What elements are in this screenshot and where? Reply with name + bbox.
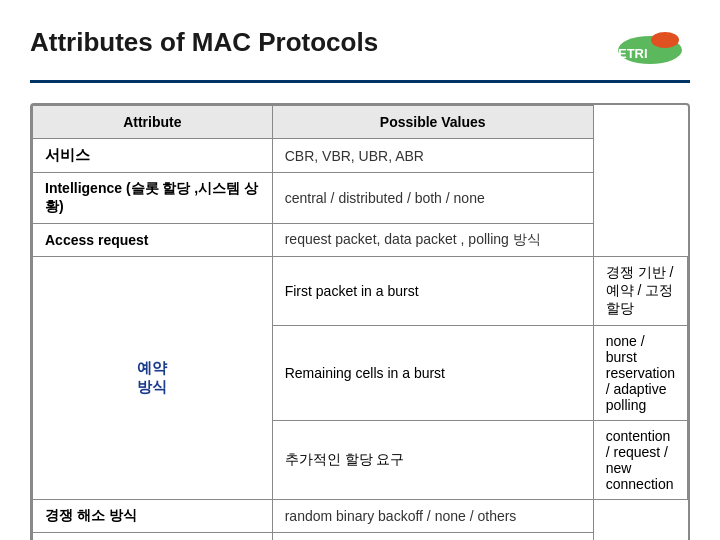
attr-cell: 다중화 기법 — [33, 533, 273, 541]
val-cell: random binary backoff / none / others — [272, 500, 593, 533]
val-cell: request packet, data packet , polling 방식 — [272, 224, 593, 257]
table-header-row: Attribute Possible Values — [33, 106, 688, 139]
sub-val-cell: none / burst reservation / adaptive poll… — [593, 326, 687, 421]
table-row: 서비스CBR, VBR, UBR, ABR — [33, 139, 688, 173]
val-cell: CDMA / TDMA / FDMA / any — [272, 533, 593, 541]
merged-attr-cell: 예약방식 — [33, 257, 273, 500]
table-row: 예약방식First packet in a burst경쟁 기반 / 예약 / … — [33, 257, 688, 326]
col-header-values: Possible Values — [272, 106, 593, 139]
sub-val-cell: contention / request / new connection — [593, 421, 687, 500]
page: Attributes of MAC Protocols ETRI Attribu… — [0, 0, 720, 540]
attr-cell: 서비스 — [33, 139, 273, 173]
etri-logo: ETRI — [610, 20, 690, 65]
attr-cell: Intelligence (슬롯 할당 ,시스템 상황) — [33, 173, 273, 224]
table-container: Attribute Possible Values 서비스CBR, VBR, U… — [30, 103, 690, 540]
sub-val-cell: 경쟁 기반 / 예약 / 고정 할당 — [593, 257, 687, 326]
table-row: Access requestrequest packet, data packe… — [33, 224, 688, 257]
table-row: Intelligence (슬롯 할당 ,시스템 상황)central / di… — [33, 173, 688, 224]
svg-point-1 — [651, 32, 679, 48]
val-cell: CBR, VBR, UBR, ABR — [272, 139, 593, 173]
table-row: 다중화 기법CDMA / TDMA / FDMA / any — [33, 533, 688, 541]
page-title: Attributes of MAC Protocols — [30, 27, 378, 58]
attr-cell: 경쟁 해소 방식 — [33, 500, 273, 533]
val-cell: central / distributed / both / none — [272, 173, 593, 224]
sub-attr-cell: 추가적인 할당 요구 — [272, 421, 593, 500]
attr-cell: Access request — [33, 224, 273, 257]
svg-text:ETRI: ETRI — [618, 46, 648, 61]
attributes-table: Attribute Possible Values 서비스CBR, VBR, U… — [32, 105, 688, 540]
header: Attributes of MAC Protocols ETRI — [30, 20, 690, 83]
sub-attr-cell: First packet in a burst — [272, 257, 593, 326]
sub-attr-cell: Remaining cells in a burst — [272, 326, 593, 421]
col-header-attribute: Attribute — [33, 106, 273, 139]
table-row: 경쟁 해소 방식random binary backoff / none / o… — [33, 500, 688, 533]
